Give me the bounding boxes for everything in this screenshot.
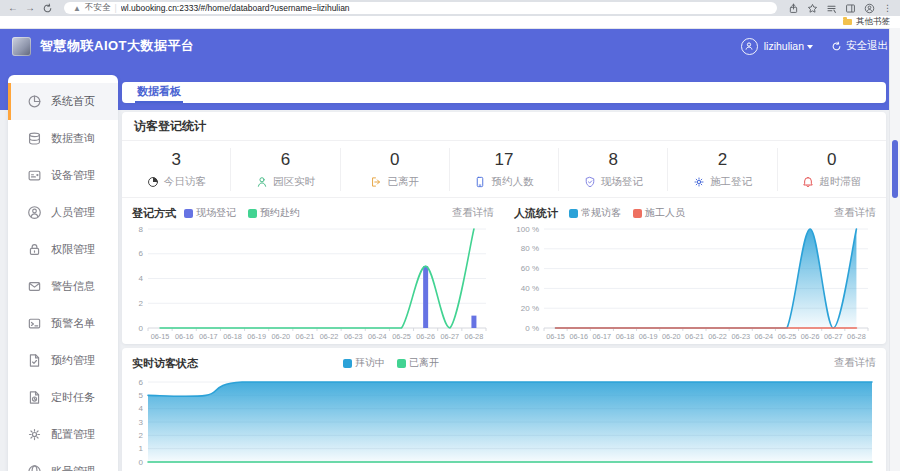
legend-item[interactable]: 施工人员: [633, 206, 685, 220]
url-bar[interactable]: ▲ 不安全 | wl.ubooking.cn:2333/#/home/datab…: [64, 2, 777, 14]
charts-row: 登记方式 现场登记预约赴约 查看详情 0246806-1506-1606-170…: [122, 198, 886, 346]
stat-label: 今日访客: [164, 175, 206, 189]
app-title: 智慧物联AIOT大数据平台: [40, 37, 195, 55]
stat-overstay: 0超时滞留: [778, 148, 886, 191]
sidebar-item-label: 配置管理: [51, 427, 95, 442]
terminal-icon: [27, 316, 42, 331]
legend-swatch: [569, 209, 578, 218]
logout-button[interactable]: 安全退出: [831, 39, 888, 53]
security-warning-icon[interactable]: ▲: [73, 4, 81, 13]
sidebar-item-permission[interactable]: 权限管理: [8, 231, 118, 268]
svg-text:06-20: 06-20: [662, 332, 681, 341]
scrollbar-track[interactable]: [889, 28, 900, 471]
header-right: lizihulian 安全退出: [741, 38, 888, 55]
svg-text:06-17: 06-17: [199, 332, 218, 341]
sidebar-item-cron[interactable]: 定时任务: [8, 379, 118, 416]
svg-text:80 %: 80 %: [521, 244, 539, 253]
chart-title-registration: 登记方式: [132, 206, 176, 221]
realtime-status-card: 实时访客状态 拜访中已离开 查看详情 0123456: [122, 348, 886, 471]
stat-value: 3: [122, 150, 230, 170]
today-visitors-icon: [147, 176, 159, 188]
detail-link-realtime[interactable]: 查看详情: [834, 356, 876, 370]
svg-text:06-22: 06-22: [320, 332, 339, 341]
visitor-stats-card: 访客登记统计 3今日访客6园区实时0已离开17预约人数8现场登记2施工登记0超时…: [122, 112, 886, 344]
security-label: 不安全: [85, 2, 111, 14]
username[interactable]: lizihulian: [764, 40, 804, 52]
menu-dots-icon[interactable]: ⋮: [883, 3, 892, 13]
forward-icon[interactable]: →: [25, 0, 35, 16]
stats-row: 3今日访客6园区实时0已离开17预约人数8现场登记2施工登记0超时滞留: [122, 141, 886, 198]
legend-item[interactable]: 拜访中: [343, 356, 385, 370]
people-flow-plot: 0 %20 %40 %60 %80 %100 %06-1506-1606-170…: [514, 222, 876, 346]
left-icon: [370, 176, 382, 188]
svg-text:06-28: 06-28: [465, 332, 484, 341]
stat-reserved: 17预约人数: [450, 148, 559, 191]
folder-icon: [843, 19, 852, 25]
sidebar-item-personnel[interactable]: 人员管理: [8, 194, 118, 231]
stat-park-realtime: 6园区实时: [231, 148, 340, 191]
legend-item[interactable]: 常规访客: [569, 206, 621, 220]
sidebar-item-account[interactable]: 账号管理: [8, 453, 118, 471]
tab-panel-icon[interactable]: [845, 3, 856, 14]
sidebar-item-device[interactable]: 设备管理: [8, 157, 118, 194]
refresh-icon[interactable]: [42, 3, 53, 14]
legend-item[interactable]: 预约赴约: [248, 206, 300, 220]
svg-text:60 %: 60 %: [521, 264, 539, 273]
scrollbar-thumb[interactable]: [892, 140, 898, 198]
detail-link-flow[interactable]: 查看详情: [834, 206, 876, 220]
tab-bar: 数据看板: [122, 82, 886, 103]
stat-today-visitors: 3今日访客: [122, 148, 231, 191]
chart-title-flow: 人流统计: [514, 206, 558, 221]
svg-text:2: 2: [139, 431, 144, 440]
back-icon[interactable]: ←: [8, 0, 18, 16]
file-clock-icon: [27, 390, 42, 405]
legend-registration: 现场登记预约赴约: [184, 206, 300, 220]
svg-text:06-26: 06-26: [801, 332, 820, 341]
svg-text:06-19: 06-19: [639, 332, 658, 341]
main-area: 数据看板 访客登记统计 3今日访客6园区实时0已离开17预约人数8现场登记2施工…: [122, 64, 886, 471]
section-title: 访客登记统计: [122, 112, 886, 141]
stat-value: 17: [450, 150, 558, 170]
svg-text:0: 0: [139, 458, 144, 467]
avatar[interactable]: [741, 38, 758, 55]
svg-text:4: 4: [139, 404, 144, 413]
tab-databoard[interactable]: 数据看板: [135, 82, 183, 103]
legend-item[interactable]: 已离开: [397, 356, 439, 370]
svg-text:100 %: 100 %: [516, 225, 539, 234]
device-icon: [27, 168, 42, 183]
sidebar-item-warning[interactable]: 警告信息: [8, 268, 118, 305]
share-icon[interactable]: [788, 3, 799, 14]
other-bookmarks[interactable]: 其他书签: [856, 16, 890, 28]
detail-link-registration[interactable]: 查看详情: [452, 206, 494, 220]
svg-text:4: 4: [139, 274, 144, 283]
chevron-down-icon[interactable]: [807, 45, 813, 49]
bookmark-star-icon[interactable]: [807, 3, 818, 14]
sidebar-item-home[interactable]: 系统首页: [8, 83, 118, 120]
svg-text:06-27: 06-27: [440, 332, 459, 341]
sidebar-menu: 系统首页数据查询设备管理人员管理权限管理警告信息预警名单预约管理定时任务配置管理…: [8, 75, 118, 471]
stat-left: 0已离开: [341, 148, 450, 191]
stat-label: 超时滞留: [819, 175, 861, 189]
reserved-icon: [474, 176, 486, 188]
svg-text:06-17: 06-17: [593, 332, 612, 341]
stat-value: 2: [668, 150, 776, 170]
sidebar-item-data-query[interactable]: 数据查询: [8, 120, 118, 157]
stat-value: 0: [341, 150, 449, 170]
stat-value: 0: [778, 150, 886, 170]
profile-icon[interactable]: [864, 3, 875, 14]
legend-item[interactable]: 现场登记: [184, 206, 236, 220]
sidebar-item-config[interactable]: 配置管理: [8, 416, 118, 453]
svg-text:06-18: 06-18: [616, 332, 635, 341]
sidebar-item-label: 权限管理: [51, 242, 95, 257]
stat-label: 园区实时: [273, 175, 315, 189]
svg-text:06-24: 06-24: [368, 332, 387, 341]
sidebar-item-watchlist[interactable]: 预警名单: [8, 305, 118, 342]
sidebar-item-label: 人员管理: [51, 205, 95, 220]
svg-text:06-22: 06-22: [708, 332, 727, 341]
reading-list-icon[interactable]: [826, 3, 837, 14]
sidebar-item-reservation[interactable]: 预约管理: [8, 342, 118, 379]
page: 系统首页数据查询设备管理人员管理权限管理警告信息预警名单预约管理定时任务配置管理…: [0, 64, 900, 471]
svg-text:20 %: 20 %: [521, 304, 539, 313]
lock-icon: [27, 242, 42, 257]
legend-swatch: [633, 209, 642, 218]
